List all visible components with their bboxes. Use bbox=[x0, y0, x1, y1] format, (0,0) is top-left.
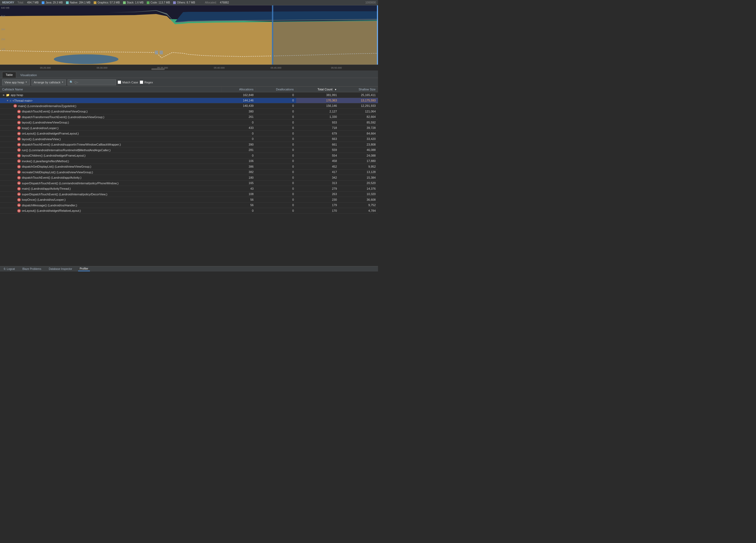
row-deallocations: 0 bbox=[256, 158, 296, 164]
col-total-count-label: Total Count bbox=[317, 88, 333, 91]
row-deallocations: 0 bbox=[256, 109, 296, 114]
match-case-label: Match Case bbox=[122, 81, 138, 84]
row-shallow-size: 10,320 bbox=[339, 191, 378, 197]
row-shallow-size: 36,608 bbox=[339, 197, 378, 203]
table-row[interactable]: ▶monLayout() (Landroid/widget/RelativeLa… bbox=[0, 208, 378, 214]
col-header-total-count[interactable]: Total Count ▼ bbox=[296, 87, 339, 92]
row-allocations: 165 bbox=[222, 180, 256, 186]
regex-checkbox[interactable] bbox=[140, 81, 143, 84]
row-name-cell: ▶mlayoutChildren() (Landroid/widget/Fram… bbox=[0, 153, 222, 159]
m-badge: m bbox=[17, 209, 21, 213]
table-row[interactable]: ▶mrecreateChildDisplayList() (Landroid/v… bbox=[0, 169, 378, 175]
row-shallow-size: 20,520 bbox=[339, 180, 378, 186]
java-color bbox=[42, 1, 44, 4]
expand-icon[interactable]: ▶ bbox=[2, 93, 5, 97]
table-row[interactable]: ▶mlayoutChildren() (Landroid/widget/Fram… bbox=[0, 153, 378, 159]
thread-icon: ≡ bbox=[10, 99, 11, 102]
col-header-deallocations[interactable]: Deallocations bbox=[256, 87, 296, 92]
table-row[interactable]: ▶mlayout() (Landroid/view/View;)0066333,… bbox=[0, 136, 378, 142]
row-deallocations: 0 bbox=[256, 197, 296, 203]
row-deallocations: 0 bbox=[256, 186, 296, 192]
bottom-tab-database[interactable]: Database Inspector bbox=[47, 267, 74, 271]
native-stat: Native: 284.1 MB bbox=[66, 1, 90, 4]
row-name-cell: ▶mlayout() (Landroid/view/View;) bbox=[0, 136, 222, 142]
graphics-color bbox=[94, 1, 96, 4]
row-total-count: 230 bbox=[296, 197, 339, 203]
row-total-count: 2,127 bbox=[296, 109, 339, 114]
view-app-heap-dropdown[interactable]: View app heap ▼ bbox=[2, 79, 30, 85]
row-name-text: app heap bbox=[11, 93, 23, 97]
bottom-tab-blaze[interactable]: Blaze Problems bbox=[21, 267, 43, 271]
row-name-text: loop() (Landroid/os/Looper;) bbox=[22, 127, 58, 130]
scroll-thumb[interactable] bbox=[151, 68, 165, 70]
row-total-count: 663 bbox=[296, 136, 339, 142]
table-row[interactable]: ▼≡ <Thread main>144,1460170,36313,175,59… bbox=[0, 98, 378, 103]
bottom-tab-logcat[interactable]: 6: Logcat bbox=[2, 267, 16, 271]
col-header-allocations[interactable]: Allocations bbox=[222, 87, 256, 92]
table-row[interactable]: ▶mdispatchTouchEvent() (Landroid/app/Act… bbox=[0, 175, 378, 181]
table-row[interactable]: ▶mdispatchTouchEvent() (Landroid/view/Vi… bbox=[0, 109, 378, 114]
row-deallocations: 0 bbox=[256, 180, 296, 186]
memory-chart[interactable]: 640 MB 512 384 256 128 bbox=[0, 5, 378, 65]
row-deallocations: 0 bbox=[256, 164, 296, 170]
table-row[interactable]: ▶📁app heap162,8480381,99125,165,411 bbox=[0, 92, 378, 98]
table-row[interactable]: ▶mloopOnce() (Landroid/os/Looper;)560230… bbox=[0, 197, 378, 203]
match-case-group[interactable]: Match Case bbox=[118, 81, 138, 84]
table-row[interactable]: ▶minvoke() (Ljava/lang/reflect/Method;)1… bbox=[0, 158, 378, 164]
row-deallocations: 0 bbox=[256, 92, 296, 98]
m-badge: m bbox=[17, 165, 21, 169]
table-row[interactable]: ▶mdispatchGetDisplayList() (Landroid/vie… bbox=[0, 164, 378, 170]
row-deallocations: 0 bbox=[256, 103, 296, 109]
table-row[interactable]: ▶msuperDispatchTouchEvent() (Landroid/in… bbox=[0, 191, 378, 197]
y-label-128: 128 bbox=[1, 48, 5, 51]
table-row[interactable]: ▶mlayout() (Landroid/view/ViewGroup;)009… bbox=[0, 120, 378, 125]
arrange-by-dropdown[interactable]: Arrange by callstack ▼ bbox=[31, 79, 66, 85]
time-label-2: 05:30.000 bbox=[97, 67, 107, 69]
data-table: Callstack Name Allocations Deallocations… bbox=[0, 87, 378, 214]
row-shallow-size: 23,808 bbox=[339, 142, 378, 148]
tab-visualization[interactable]: Visualization bbox=[17, 72, 40, 78]
table-row[interactable]: ▶mdispatchTouchEvent() (Landroid/support… bbox=[0, 142, 378, 148]
table-row[interactable]: ▶mrun() (Lcom/android/internal/os/Runtim… bbox=[0, 147, 378, 153]
row-allocations: 0 bbox=[222, 153, 256, 159]
row-name-text: dispatchMessage() (Landroid/os/Handler;) bbox=[22, 204, 77, 207]
table-container[interactable]: Callstack Name Allocations Deallocations… bbox=[0, 87, 378, 272]
svg-rect-9 bbox=[272, 5, 378, 65]
stack-color bbox=[123, 1, 126, 4]
row-allocations: 56 bbox=[222, 202, 256, 208]
table-row[interactable]: ▶mdispatchTransformedTouchEvent() (Landr… bbox=[0, 114, 378, 120]
time-label-4: 05:40.000 bbox=[214, 67, 225, 69]
tab-table[interactable]: Table bbox=[2, 72, 16, 78]
m-badge: m bbox=[17, 126, 21, 130]
row-name-cell: ▶mdispatchGetDisplayList() (Landroid/vie… bbox=[0, 164, 222, 170]
row-total-count: 559 bbox=[296, 147, 339, 153]
row-name-cell: ▶mdispatchTransformedTouchEvent() (Landr… bbox=[0, 114, 222, 120]
row-shallow-size: 82,664 bbox=[339, 114, 378, 120]
bottom-tab-profiler[interactable]: Profiler bbox=[78, 267, 90, 271]
svg-rect-11 bbox=[155, 51, 158, 54]
row-name-text: layout() (Landroid/view/View;) bbox=[22, 138, 61, 141]
col-header-callstack[interactable]: Callstack Name bbox=[0, 87, 222, 92]
table-row[interactable]: ▶mmain() (Landroid/app/ActivityThread;)4… bbox=[0, 186, 378, 192]
table-row[interactable]: ▶mmain() (Lcom/android/internal/os/Zygot… bbox=[0, 103, 378, 109]
table-row[interactable]: ▶mdispatchMessage() (Landroid/os/Handler… bbox=[0, 202, 378, 208]
row-name-text: superDispatchTouchEvent() (Landroid/inte… bbox=[22, 193, 107, 196]
search-input[interactable] bbox=[74, 81, 114, 84]
regex-group[interactable]: Regex bbox=[140, 81, 153, 84]
row-name-cell: ▶mdispatchTouchEvent() (Landroid/view/Vi… bbox=[0, 109, 222, 114]
col-callstack-label: Callstack Name bbox=[2, 88, 23, 91]
m-badge: m bbox=[17, 132, 21, 135]
table-row[interactable]: ▶mloop() (Landroid/os/Looper;)433071839,… bbox=[0, 125, 378, 131]
row-name-text: dispatchTouchEvent() (Landroid/view/View… bbox=[22, 110, 87, 113]
y-label-384: 384 bbox=[1, 28, 5, 31]
match-case-checkbox[interactable] bbox=[118, 81, 121, 84]
search-box[interactable]: 🔍 bbox=[68, 79, 116, 85]
expand-icon[interactable]: ▼ bbox=[6, 99, 9, 102]
row-total-count: 381,991 bbox=[296, 92, 339, 98]
row-allocations: 390 bbox=[222, 142, 256, 148]
table-row[interactable]: ▶msuperDispatchTouchEvent() (Lcom/androi… bbox=[0, 180, 378, 186]
row-allocations: 180 bbox=[222, 175, 256, 181]
col-header-shallow-size[interactable]: Shallow Size bbox=[339, 87, 378, 92]
row-shallow-size: 46,088 bbox=[339, 147, 378, 153]
table-row[interactable]: ▶monLayout() (Landroid/widget/FrameLayou… bbox=[0, 131, 378, 137]
